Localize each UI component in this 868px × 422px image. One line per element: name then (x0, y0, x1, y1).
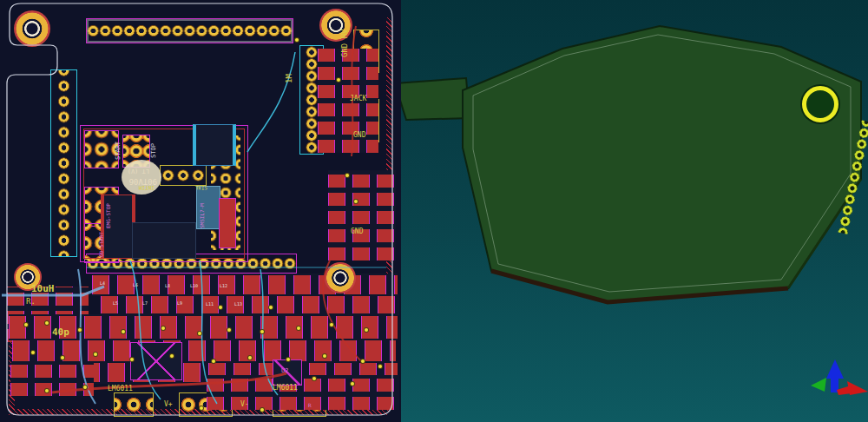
component-row-3 (9, 314, 398, 340)
mounting-hole-bottom-left (14, 263, 42, 291)
mounting-hole-top-right (319, 9, 352, 42)
module-ic-blue (196, 186, 220, 229)
top-pin-header (86, 18, 293, 43)
pcb-layout-editor-canvas[interactable]: GND HV1MJACKGNDGNDSTARTSTOPEMG-STOPGO-ST… (0, 0, 401, 422)
lm6011-ic-left (130, 342, 182, 380)
via-dot (295, 38, 299, 42)
component-cluster-mid-right (328, 170, 396, 260)
mounting-hole-mid-right (325, 262, 356, 293)
module-red-component (219, 198, 236, 248)
board-3d-shape (401, 0, 868, 422)
back-silk-circle (122, 160, 161, 195)
component-cluster-bottom-right (207, 375, 399, 410)
mounting-ring-tab (802, 86, 838, 122)
pcb-design-app-window: GND HV1MJACKGNDGNDSTARTSTOPEMG-STOPGO-ST… (0, 0, 868, 422)
silkscreen-label: LM6011 (108, 386, 133, 392)
silkscreen-label: 1M (286, 74, 293, 83)
lm6011-ic-right (273, 359, 302, 386)
component-cluster-top-right (318, 49, 378, 153)
inductor-row-2 (101, 294, 399, 315)
module-ic-left (101, 195, 135, 259)
silkscreen-label: V+ (164, 401, 173, 408)
component-row-4 (12, 339, 396, 363)
mounting-hole-top-left (14, 10, 50, 47)
component-cluster-bottom-left (10, 363, 94, 396)
module-ic-center (132, 222, 196, 259)
pcb-3d-viewer-canvas[interactable]: 10uHRL40pV+LV-LM6011 (401, 0, 868, 422)
left-pin-header (50, 69, 77, 257)
module-ic-top (193, 124, 236, 166)
lm6011-output-pads-left (114, 392, 154, 417)
axis-gizmo (807, 356, 868, 417)
